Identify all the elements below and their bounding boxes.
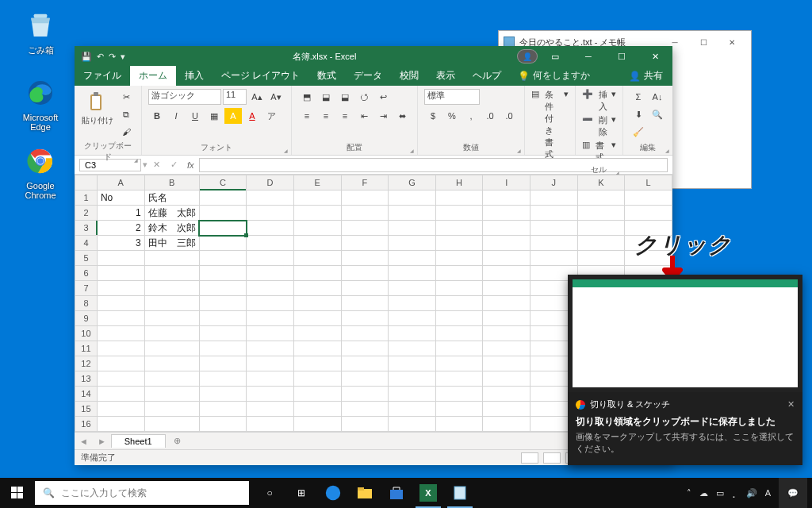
taskbar-notepad-icon[interactable] bbox=[444, 478, 476, 508]
cell[interactable] bbox=[435, 206, 483, 221]
quick-access-toolbar[interactable]: 💾 ↶ ↷ ▾ bbox=[75, 52, 132, 62]
fill-icon[interactable]: ⬇ bbox=[630, 106, 647, 122]
cell[interactable] bbox=[577, 221, 625, 236]
cell[interactable] bbox=[97, 341, 144, 356]
cell[interactable] bbox=[199, 371, 247, 387]
cell[interactable] bbox=[435, 266, 483, 281]
tab-review[interactable]: 校閲 bbox=[391, 66, 427, 86]
cell[interactable] bbox=[389, 251, 436, 266]
cell[interactable] bbox=[435, 341, 483, 356]
cell[interactable] bbox=[247, 356, 294, 371]
cell[interactable] bbox=[293, 356, 341, 371]
fill-color-icon[interactable]: A bbox=[224, 108, 242, 124]
sheet-nav-prev-icon[interactable]: ◄ bbox=[75, 437, 93, 446]
input-icon[interactable]: ▭ bbox=[716, 488, 724, 498]
italic-icon[interactable]: I bbox=[167, 108, 185, 124]
cell[interactable] bbox=[483, 417, 530, 432]
cell[interactable] bbox=[247, 281, 294, 296]
conditional-format-button[interactable]: ▤ 条件付き書式 ▾ bbox=[531, 89, 569, 160]
currency-icon[interactable]: $ bbox=[424, 108, 442, 124]
qat-dropdown-icon[interactable]: ▾ bbox=[121, 52, 125, 62]
cell[interactable] bbox=[97, 371, 144, 387]
row-header[interactable]: 10 bbox=[75, 326, 98, 341]
cell[interactable] bbox=[435, 190, 483, 206]
cell[interactable] bbox=[530, 251, 578, 266]
cell[interactable] bbox=[199, 296, 247, 311]
tray-up-icon[interactable]: ˄ bbox=[687, 488, 691, 498]
increase-decimal-icon[interactable]: .0 bbox=[481, 108, 499, 124]
cell[interactable] bbox=[341, 266, 389, 281]
clear-icon[interactable]: 🧹 bbox=[630, 124, 647, 140]
cell[interactable] bbox=[483, 206, 530, 221]
cell[interactable] bbox=[389, 326, 436, 341]
col-header[interactable]: A bbox=[97, 175, 144, 190]
cell[interactable] bbox=[341, 296, 389, 311]
cell[interactable] bbox=[247, 326, 294, 341]
tab-pagelayout[interactable]: ページ レイアウト bbox=[213, 66, 308, 86]
new-sheet-icon[interactable]: ⊕ bbox=[166, 436, 189, 446]
cell[interactable] bbox=[341, 251, 389, 266]
cell[interactable] bbox=[247, 236, 294, 251]
cell[interactable] bbox=[341, 341, 389, 356]
cell[interactable] bbox=[247, 266, 294, 281]
fx-icon[interactable]: fx bbox=[182, 160, 199, 170]
cell[interactable] bbox=[483, 236, 530, 251]
row-header[interactable]: 9 bbox=[75, 311, 98, 326]
cell[interactable] bbox=[144, 387, 199, 402]
cell[interactable] bbox=[293, 326, 341, 341]
ribbon-options-icon[interactable]: ▭ bbox=[539, 46, 571, 67]
cell[interactable] bbox=[577, 251, 625, 266]
ime-icon[interactable]: A bbox=[765, 488, 771, 498]
cancel-icon[interactable]: ✕ bbox=[147, 160, 165, 170]
row-header[interactable]: 1 bbox=[75, 190, 98, 206]
cell[interactable] bbox=[389, 266, 436, 281]
cell[interactable] bbox=[199, 190, 247, 206]
cell[interactable] bbox=[97, 387, 144, 402]
account-icon[interactable]: 👤 bbox=[517, 49, 538, 64]
cell[interactable] bbox=[199, 281, 247, 296]
cell[interactable] bbox=[435, 387, 483, 402]
cell[interactable] bbox=[199, 266, 247, 281]
find-icon[interactable]: 🔍 bbox=[649, 106, 666, 122]
increase-indent-icon[interactable]: ⇥ bbox=[374, 108, 392, 124]
cell[interactable] bbox=[530, 221, 578, 236]
cell[interactable] bbox=[483, 296, 530, 311]
cell[interactable] bbox=[389, 311, 436, 326]
col-header[interactable]: C bbox=[199, 175, 247, 190]
cell[interactable] bbox=[293, 387, 341, 402]
cell[interactable] bbox=[144, 326, 199, 341]
cell[interactable]: 鈴木 次郎 bbox=[144, 221, 199, 236]
cell[interactable] bbox=[483, 221, 530, 236]
cell[interactable] bbox=[144, 266, 199, 281]
cell[interactable] bbox=[199, 402, 247, 417]
decrease-decimal-icon[interactable]: .0 bbox=[500, 108, 518, 124]
cell[interactable] bbox=[341, 417, 389, 432]
wrap-text-icon[interactable]: ↩ bbox=[374, 89, 392, 105]
font-color-icon[interactable]: A bbox=[243, 108, 261, 124]
align-right-icon[interactable]: ≡ bbox=[336, 108, 354, 124]
cell[interactable] bbox=[483, 387, 530, 402]
cell[interactable] bbox=[293, 296, 341, 311]
col-header[interactable]: G bbox=[389, 175, 436, 190]
cell[interactable] bbox=[341, 281, 389, 296]
cell[interactable] bbox=[389, 356, 436, 371]
col-header[interactable]: I bbox=[483, 175, 530, 190]
cell[interactable] bbox=[483, 341, 530, 356]
onedrive-icon[interactable]: ☁ bbox=[699, 488, 708, 498]
cell[interactable] bbox=[435, 356, 483, 371]
cell[interactable] bbox=[97, 251, 144, 266]
close-button[interactable]: ✕ bbox=[718, 34, 746, 50]
cell[interactable] bbox=[199, 387, 247, 402]
cell[interactable] bbox=[144, 402, 199, 417]
row-header[interactable]: 16 bbox=[75, 417, 98, 432]
cell[interactable] bbox=[247, 417, 294, 432]
border-icon[interactable]: ▦ bbox=[205, 108, 223, 124]
orientation-icon[interactable]: ⭯ bbox=[355, 89, 373, 105]
taskbar-store-icon[interactable] bbox=[381, 478, 412, 508]
cell[interactable] bbox=[341, 356, 389, 371]
volume-icon[interactable]: 🔊 bbox=[746, 488, 757, 498]
cell[interactable] bbox=[293, 206, 341, 221]
cell[interactable] bbox=[341, 387, 389, 402]
cut-icon[interactable]: ✂ bbox=[117, 89, 135, 105]
cell[interactable] bbox=[483, 356, 530, 371]
